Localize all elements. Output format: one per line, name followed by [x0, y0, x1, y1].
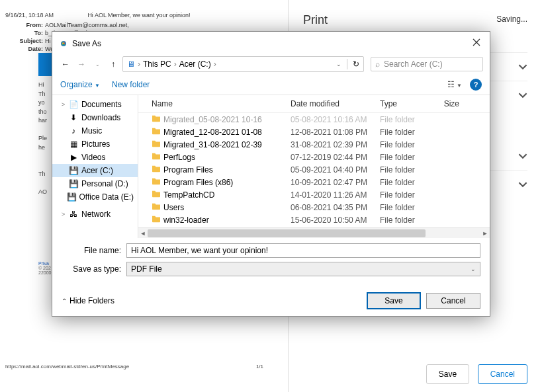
crumb-dropdown-icon[interactable]: ⌄	[336, 61, 341, 67]
col-date[interactable]: Date modified	[291, 99, 380, 108]
scroll-right-button[interactable]: ►	[480, 228, 490, 239]
folder-icon	[152, 177, 163, 187]
chevron-up-icon: ⌃	[62, 297, 67, 305]
new-folder-button[interactable]: New folder	[112, 80, 150, 89]
organize-button[interactable]: Organize ▼	[60, 80, 100, 89]
print-cancel-button[interactable]: Cancel	[478, 364, 527, 384]
dl-icon: ⬇	[68, 113, 79, 122]
dialog-title: Save As	[72, 39, 101, 48]
file-name: TempPatchCD	[163, 190, 291, 200]
vid-icon: ▶	[68, 153, 79, 162]
folder-icon	[152, 165, 163, 175]
scroll-left-button[interactable]: ◄	[138, 228, 148, 239]
tree-item[interactable]: ♪Music	[52, 124, 138, 137]
chrome-icon	[59, 39, 68, 48]
file-name: Program Files	[163, 165, 291, 175]
file-row[interactable]: Program Files (x86)10-09-2021 02:47 PMFi…	[138, 176, 490, 188]
net-icon: 🖧	[68, 210, 79, 219]
tree-item-label: Office Data (E:)	[79, 192, 134, 202]
file-row[interactable]: Users06-08-2021 04:35 PMFile folder	[138, 201, 490, 214]
chevron-down-icon: ⌄	[471, 266, 476, 272]
file-date: 10-09-2021 02:47 PM	[291, 178, 380, 187]
savetype-select[interactable]: PDF File⌄	[126, 262, 480, 276]
horizontal-scrollbar[interactable]: ◄ ►	[138, 227, 490, 238]
file-date: 15-06-2020 10:50 AM	[291, 216, 380, 225]
file-date: 05-09-2021 04:40 PM	[291, 165, 380, 175]
file-row[interactable]: TempPatchCD14-01-2020 11:26 AMFile folde…	[138, 188, 490, 201]
tree-item[interactable]: >📄Documents	[52, 98, 138, 111]
col-name[interactable]: Name	[152, 99, 291, 108]
pc-icon: 🖥	[127, 59, 135, 69]
search-input[interactable]: ⌕ Search Acer (C:)	[371, 57, 483, 71]
file-name: Migrated_05-08-2021 10-16	[163, 115, 291, 124]
help-button[interactable]: ?	[470, 79, 482, 91]
file-row[interactable]: Program Files05-09-2021 04:40 PMFile fol…	[138, 163, 490, 176]
file-row[interactable]: Migrated_31-08-2021 02-3931-08-2021 02:3…	[138, 138, 490, 151]
file-row[interactable]: Migrated_12-08-2021 01-0812-08-2021 01:0…	[138, 126, 490, 138]
nav-tree: >📄Documents⬇Downloads♪Music▦Pictures▶Vid…	[52, 95, 138, 238]
folder-icon	[152, 152, 163, 162]
nav-back-button[interactable]: ←	[59, 59, 72, 69]
folder-icon	[152, 215, 163, 225]
column-headers[interactable]: Name Date modified Type Size	[138, 95, 490, 113]
file-type: File folder	[380, 216, 433, 225]
save-as-dialog: Save As ← → ⌄ ↑ 🖥 › This PC › Acer (C:) …	[52, 31, 490, 317]
file-type: File folder	[380, 165, 433, 175]
savetype-label: Save as type:	[62, 264, 121, 274]
tree-item[interactable]: ▶Videos	[52, 151, 138, 164]
close-button[interactable]	[470, 36, 483, 51]
save-button[interactable]: Save	[367, 292, 421, 309]
tree-item[interactable]: 💾Acer (C:)	[52, 164, 138, 177]
file-name: Users	[163, 203, 291, 212]
tree-item[interactable]: 💾Office Data (E:)	[52, 190, 138, 204]
col-size[interactable]: Size	[433, 99, 459, 108]
email-url: https://mail.aol.com/webmail-std/en-us/P…	[5, 364, 129, 370]
file-date: 07-12-2019 02:44 PM	[291, 153, 380, 162]
file-type: File folder	[380, 203, 433, 212]
file-date: 06-08-2021 04:35 PM	[291, 203, 380, 212]
tree-item-label: Acer (C:)	[81, 166, 113, 175]
file-row[interactable]: PerfLogs07-12-2019 02:44 PMFile folder	[138, 151, 490, 163]
col-type[interactable]: Type	[380, 99, 433, 108]
tree-item[interactable]: ⬇Downloads	[52, 111, 138, 124]
saving-label: Saving...	[496, 15, 527, 24]
file-row[interactable]: win32-loader15-06-2020 10:50 AMFile fold…	[138, 214, 490, 226]
tree-item[interactable]: >🖧Network	[52, 208, 138, 221]
tree-item-label: Videos	[81, 153, 105, 162]
file-type: File folder	[380, 115, 433, 124]
folder-icon	[152, 202, 163, 212]
email-footer: Priva © 202 22000	[38, 261, 51, 275]
filename-input[interactable]	[126, 243, 480, 258]
email-pageno: 1/1	[256, 364, 263, 370]
print-save-button[interactable]: Save	[426, 364, 469, 384]
file-date: 31-08-2021 02:39 PM	[291, 140, 380, 149]
doc-icon: 📄	[68, 100, 79, 109]
tree-item-label: Network	[81, 210, 111, 219]
email-timestamp: 9/16/21, 10:18 AM	[5, 12, 54, 19]
tree-item-label: Personal (D:)	[81, 179, 128, 188]
tree-item[interactable]: 💾Personal (D:)	[52, 177, 138, 190]
file-type: File folder	[380, 178, 433, 187]
file-name: PerfLogs	[163, 153, 291, 162]
nav-forward-button[interactable]: →	[75, 59, 88, 69]
drive-icon: 💾	[68, 166, 79, 175]
file-name: Migrated_31-08-2021 02-39	[163, 140, 291, 149]
file-date: 05-08-2021 10:16 AM	[291, 115, 380, 124]
drive-icon: 💾	[67, 192, 77, 202]
nav-dropdown-icon[interactable]: ⌄	[91, 61, 104, 67]
file-row[interactable]: Migrated_05-08-2021 10-1605-08-2021 10:1…	[138, 113, 490, 126]
file-type: File folder	[380, 128, 433, 137]
folder-icon	[152, 127, 163, 137]
view-button[interactable]: ☷ ▼	[447, 80, 462, 89]
scrollbar-thumb[interactable]	[148, 229, 426, 237]
nav-up-button[interactable]: ↑	[107, 59, 120, 69]
refresh-button[interactable]: ↻	[353, 59, 359, 69]
tree-item[interactable]: ▦Pictures	[52, 137, 138, 151]
cancel-button[interactable]: Cancel	[426, 293, 480, 309]
hide-folders-button[interactable]: ⌃ Hide Folders	[62, 296, 114, 305]
music-icon: ♪	[68, 126, 79, 136]
folder-icon	[152, 139, 163, 149]
file-date: 14-01-2020 11:26 AM	[291, 190, 380, 200]
file-name: Program Files (x86)	[163, 178, 291, 187]
breadcrumb[interactable]: 🖥 › This PC › Acer (C:) › ⌄ ↻	[122, 56, 364, 72]
